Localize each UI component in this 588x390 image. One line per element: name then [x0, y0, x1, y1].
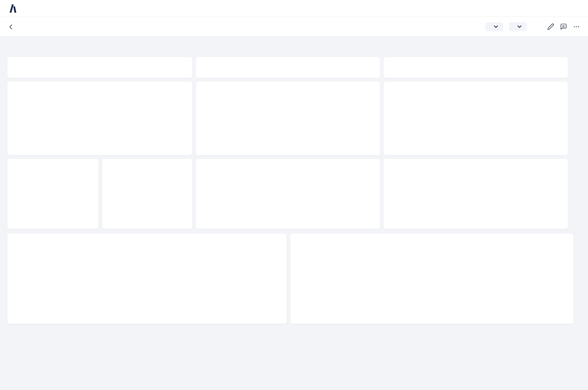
demand-summary-donut-chart [10, 91, 190, 154]
under-over-utilised-link[interactable] [196, 159, 207, 163]
card-resource-capacity [196, 82, 380, 155]
card-constrained-raw-material [384, 159, 568, 229]
edit-pencil-icon[interactable] [547, 23, 554, 30]
demand-summary-link[interactable] [7, 82, 19, 85]
comparison-waterfall-chart [293, 242, 571, 322]
financial-overview-waterfall-chart [10, 242, 284, 322]
title-bar [0, 17, 588, 37]
card-demand-and-production [7, 57, 192, 78]
anaplan-logo [8, 4, 18, 13]
filter-card-title [196, 57, 380, 64]
filter-card-title [7, 57, 192, 64]
card-under-over-utilised [196, 159, 380, 229]
more-options-icon[interactable] [573, 23, 580, 30]
unallocated-production-link[interactable] [102, 159, 114, 163]
dashboard-content [0, 37, 588, 390]
card-comparison-scenario [290, 234, 573, 324]
process-volumes-link[interactable] [7, 159, 19, 163]
process-volumes-bar-chart [10, 169, 96, 205]
card-unallocated-production [102, 159, 192, 229]
comment-icon[interactable] [560, 23, 567, 30]
card-raw-material-availability [384, 82, 568, 155]
comparison-scenario-link[interactable] [290, 234, 302, 237]
chevron-down-icon [517, 25, 521, 28]
under-over-utilised-chart [197, 168, 379, 223]
raw-material-donut-chart [386, 91, 566, 154]
app-root [0, 0, 588, 390]
card-raw-materials [384, 57, 568, 78]
back-button[interactable] [8, 24, 14, 30]
card-demand-summary [7, 82, 192, 155]
filter-card-title [384, 57, 568, 64]
chevron-left-icon [8, 24, 14, 30]
chevron-down-icon [494, 25, 498, 28]
resource-capacity-donut-chart [198, 91, 378, 154]
resource-capacity-link[interactable] [196, 82, 207, 85]
card-financial-overview [7, 234, 287, 324]
constrained-supply-line-chart [385, 168, 566, 223]
financial-overview-link[interactable] [7, 234, 19, 237]
logo-bar [0, 0, 588, 17]
constrained-raw-material-link[interactable] [384, 159, 395, 163]
card-process-volumes [7, 159, 98, 229]
period-selector[interactable] [485, 22, 503, 31]
scenario-selector[interactable] [509, 22, 527, 31]
raw-material-availability-link[interactable] [384, 82, 395, 85]
unallocated-production-bar-chart [105, 169, 189, 205]
card-resources [196, 57, 380, 78]
reset-button[interactable] [535, 26, 539, 27]
